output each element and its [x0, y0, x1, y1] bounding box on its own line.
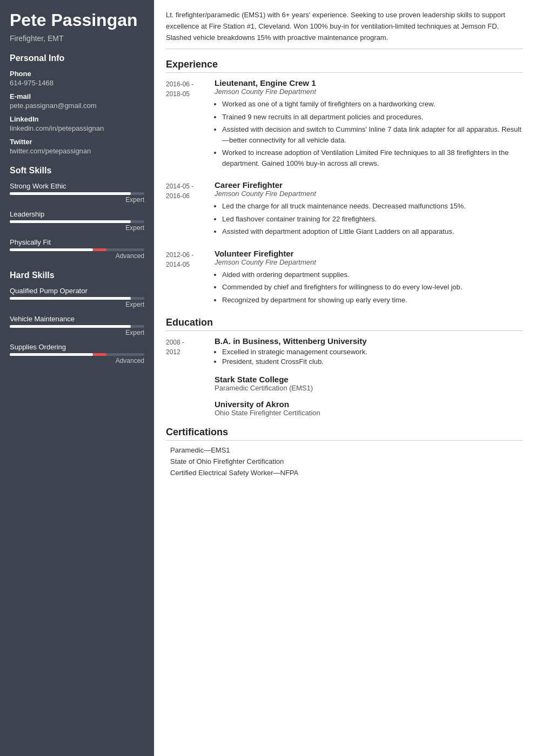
edu-bullet: President, student CrossFit club.: [222, 357, 523, 366]
twitter-label: Twitter: [10, 138, 144, 146]
sidebar: Pete Passingan Firefighter, EMT Personal…: [0, 0, 154, 756]
skill-bar-fill: [10, 220, 131, 223]
skill-level: Expert: [10, 329, 144, 336]
exp-bullet: Trained 9 new recruits in all department…: [222, 112, 523, 123]
skill-bar: [10, 220, 144, 223]
skill-bar: [10, 192, 144, 195]
certifications-list: Paramedic—EMS1State of Ohio Firefighter …: [166, 446, 523, 477]
exp-bullet: Worked as one of a tight family of firef…: [222, 99, 523, 110]
edu-right: B.A. in Business, Wittenberg University …: [215, 336, 523, 367]
experience-list: 2016-06 -2018-05 Lieutenant, Engine Crew…: [166, 78, 523, 307]
edu-degree: Stark State College: [215, 375, 523, 384]
skill-bar-fill: [10, 248, 93, 251]
exp-bullet: Led flashover container training for 22 …: [222, 214, 523, 225]
skill-name: Supplies Ordering: [10, 343, 144, 351]
soft-skill-item: Physically Fit Advanced: [10, 238, 144, 260]
hard-skill-item: Supplies Ordering Advanced: [10, 343, 144, 364]
phone-label: Phone: [10, 70, 144, 78]
hard-skills-title: Hard Skills: [10, 271, 144, 280]
skill-bar-fill: [10, 297, 131, 300]
experience-item: 2014-05 -2016-06 Career Firefighter Jems…: [166, 180, 523, 239]
cert-item: State of Ohio Firefighter Certification: [166, 457, 523, 465]
main-content: Lt. firefighter/paramedic (EMS1) with 6+…: [154, 0, 535, 756]
edu-detail: Paramedic Certification (EMS1): [215, 384, 523, 392]
exp-bullet: Assisted with decision and switch to Cum…: [222, 124, 523, 145]
cert-item: Certified Electrical Safety Worker—NFPA: [166, 469, 523, 477]
edu-detail: Ohio State Firefighter Certification: [215, 409, 523, 417]
exp-job-title: Career Firefighter: [215, 180, 523, 190]
education-section: Education 2008 -2012 B.A. in Business, W…: [166, 317, 523, 417]
experience-item: 2016-06 -2018-05 Lieutenant, Engine Crew…: [166, 78, 523, 171]
education-item: University of Akron Ohio State Firefight…: [215, 400, 523, 417]
skill-name: Strong Work Ethic: [10, 182, 144, 190]
skill-name: Vehicle Maintenance: [10, 315, 144, 323]
skill-bar: [10, 353, 144, 356]
phone-value: 614-975-1468: [10, 79, 144, 87]
candidate-name: Pete Passingan: [10, 11, 144, 30]
exp-dates: 2012-06 -2014-05: [166, 249, 215, 308]
exp-bullet: Commended by chief and firefighters for …: [222, 282, 523, 293]
certifications-section: Certifications Paramedic—EMS1State of Oh…: [166, 427, 523, 477]
skill-level: Expert: [10, 224, 144, 232]
skill-bar-fill: [10, 192, 131, 195]
exp-job-title: Lieutenant, Engine Crew 1: [215, 78, 523, 87]
exp-dates: 2016-06 -2018-05: [166, 78, 215, 171]
email-value: pete.passignan@gmail.com: [10, 102, 144, 110]
skill-level: Advanced: [10, 252, 144, 260]
candidate-title: Firefighter, EMT: [10, 34, 144, 43]
skill-bar-accent: [93, 248, 106, 251]
email-label: E-mail: [10, 92, 144, 100]
edu-degree: B.A. in Business, Wittenberg University: [215, 336, 523, 346]
education-item: Stark State College Paramedic Certificat…: [215, 375, 523, 392]
soft-skills-title: Soft Skills: [10, 166, 144, 176]
education-list: 2008 -2012 B.A. in Business, Wittenberg …: [166, 336, 523, 417]
linkedin-label: LinkedIn: [10, 115, 144, 123]
exp-bullet: Recognized by department for showing up …: [222, 295, 523, 306]
cert-item: Paramedic—EMS1: [166, 446, 523, 454]
skill-bar-accent: [93, 353, 106, 356]
skill-level: Expert: [10, 301, 144, 308]
exp-bullets: Led the charge for all truck maintenance…: [215, 201, 523, 237]
exp-bullet: Aided with ordering department supplies.: [222, 269, 523, 280]
exp-detail: Career Firefighter Jemson County Fire De…: [215, 180, 523, 239]
skill-bar: [10, 297, 144, 300]
exp-bullets: Aided with ordering department supplies.…: [215, 269, 523, 306]
exp-dates: 2014-05 -2016-06: [166, 180, 215, 239]
exp-job-title: Volunteer Firefighter: [215, 249, 523, 258]
summary-text: Lt. firefighter/paramedic (EMS1) with 6+…: [166, 10, 523, 49]
soft-skill-item: Leadership Expert: [10, 210, 144, 232]
skill-bar-fill: [10, 353, 93, 356]
edu-bullet: Excelled in strategic management coursew…: [222, 348, 523, 356]
skill-name: Physically Fit: [10, 238, 144, 246]
hard-skills-list: Qualified Pump Operator Expert Vehicle M…: [10, 287, 144, 364]
personal-info-title: Personal Info: [10, 53, 144, 63]
edu-dates: 2008 -2012: [166, 336, 215, 375]
soft-skills-list: Strong Work Ethic Expert Leadership Expe…: [10, 182, 144, 260]
edu-bullets: Excelled in strategic management coursew…: [215, 348, 523, 366]
exp-detail: Volunteer Firefighter Jemson County Fire…: [215, 249, 523, 308]
education-title: Education: [166, 317, 523, 331]
hard-skill-item: Vehicle Maintenance Expert: [10, 315, 144, 336]
exp-company: Jemson County Fire Department: [215, 190, 523, 198]
exp-company: Jemson County Fire Department: [215, 87, 523, 96]
skill-level: Expert: [10, 196, 144, 204]
exp-bullet: Assisted with department adoption of Lit…: [222, 226, 523, 237]
soft-skill-item: Strong Work Ethic Expert: [10, 182, 144, 204]
skill-bar: [10, 325, 144, 328]
twitter-value: twitter.com/petepassignan: [10, 147, 144, 155]
certifications-title: Certifications: [166, 427, 523, 441]
exp-bullets: Worked as one of a tight family of firef…: [215, 99, 523, 168]
exp-bullet: Led the charge for all truck maintenance…: [222, 201, 523, 212]
skill-bar-fill: [10, 325, 131, 328]
exp-detail: Lieutenant, Engine Crew 1 Jemson County …: [215, 78, 523, 171]
skill-name: Qualified Pump Operator: [10, 287, 144, 295]
exp-bullet: Worked to increase adoption of Ventilati…: [222, 147, 523, 168]
experience-title: Experience: [166, 59, 523, 73]
exp-company: Jemson County Fire Department: [215, 258, 523, 266]
experience-item: 2012-06 -2014-05 Volunteer Firefighter J…: [166, 249, 523, 308]
linkedin-value: linkedin.com/in/petepassignan: [10, 124, 144, 132]
education-item: 2008 -2012 B.A. in Business, Wittenberg …: [166, 336, 523, 375]
skill-level: Advanced: [10, 357, 144, 364]
skill-bar: [10, 248, 144, 251]
skill-name: Leadership: [10, 210, 144, 218]
